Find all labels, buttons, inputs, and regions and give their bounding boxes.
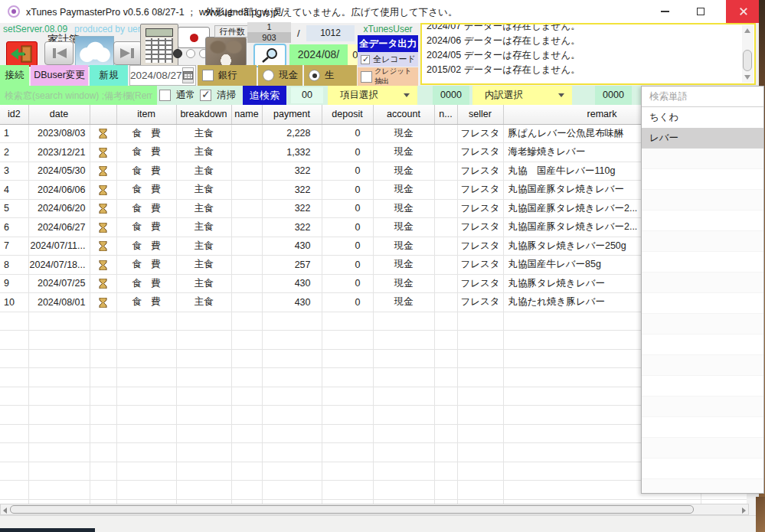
app-icon [8,5,20,18]
close-icon [738,7,747,16]
prev-record-button[interactable] [44,41,74,65]
empty-list-row [642,438,763,459]
table-row[interactable]: 1 2023/08/03 食 費 主食 2,228 0 現金 フレスタ 豚ぱんレ… [0,124,747,143]
close-button[interactable] [726,0,760,23]
empty-list-row [642,376,763,397]
hourglass-icon [99,240,107,251]
search-word-item[interactable]: レバー [642,128,763,149]
message-scrollbar[interactable] [742,25,754,83]
table-row[interactable]: 5 2024/06/20 食 費 主食 322 0 現金 フレスタ 丸協国産豚タ… [0,199,747,218]
table-row[interactable]: 7 2024/07/11... 食 費 主食 430 0 現金 フレスタ 丸協豚… [0,237,747,256]
column-header[interactable]: account [373,105,434,124]
month-field[interactable]: 2024/08/ [289,44,348,65]
credit-extract-checkbox[interactable] [361,71,372,83]
scroll-left-icon[interactable] [3,508,7,514]
mode-circle-on[interactable] [173,49,182,58]
maximize-icon [697,8,705,15]
table-row[interactable]: 2 2023/12/21 食 費 主食 1,332 0 現金 フレスタ 海老鰺焼… [0,143,747,162]
column-header[interactable]: id2 [0,105,28,124]
cash-radio[interactable] [263,70,274,81]
table-row[interactable]: 8 2024/07/18... 食 費 主食 257 0 現金 フレスタ 丸協国… [0,256,747,275]
column-header[interactable]: deposit [322,105,373,124]
cash-label: 現金 [279,69,298,82]
message-line: 2024/05 データーは存在しません。 [427,48,739,63]
search-button[interactable] [253,44,286,67]
column-header[interactable]: name [231,105,262,124]
empty-row [0,368,747,387]
table-row[interactable]: 4 2024/06/06 食 費 主食 322 0 現金 フレスタ 丸協国産豚タ… [0,181,747,200]
scroll-down-icon[interactable] [744,75,750,80]
raw-radio[interactable] [309,70,320,81]
re-search-button[interactable]: 追検索 [243,86,286,105]
window-notice: 外形は一部しか見えていません。広げて使用して下さい。 [205,6,457,19]
empty-list-row [642,479,763,494]
filter-count: 00 [291,87,323,103]
date-input[interactable]: 2024/08/27 [130,70,182,81]
column-header[interactable]: item [116,105,176,124]
empty-row [0,443,747,462]
minimize-button[interactable] [648,0,682,23]
column-header[interactable]: n... [434,105,457,124]
all-record-checkbox[interactable] [361,55,370,64]
clean-checkbox[interactable] [200,90,211,101]
maximize-button[interactable] [683,0,718,23]
credit-extract-group: クレジット抽出 [358,67,418,86]
row-count-label: 行件数 [214,25,250,38]
table-header-row: id2dateitembreakdownnamepaymentdepositac… [0,105,747,124]
hourglass-icon [99,203,107,214]
cloud-image-button[interactable] [75,36,114,67]
column-header[interactable]: seller [457,105,503,124]
breakdown-select[interactable]: 内訳選択 [472,86,572,105]
scroll-right-icon[interactable] [742,508,746,514]
breakdown-code: 0000 [595,86,632,105]
search-word-list: ちくわレバー [642,107,763,494]
next-record-button[interactable] [113,41,142,65]
date-picker: 2024/08/27 [129,65,196,86]
table-row[interactable]: 6 2024/06/27 食 費 主食 322 0 現金 フレスタ 丸協国産豚タ… [0,218,747,237]
search-input[interactable] [0,86,157,105]
empty-row [0,481,747,500]
table-row[interactable]: 3 2024/05/30 食 費 主食 322 0 現金 フレスタ 丸協 国産牛… [0,162,747,181]
table-row[interactable]: 9 2024/07/25 食 費 主食 430 0 現金 フレスタ 丸協豚タレ焼… [0,274,747,293]
bank-checkbox[interactable] [202,70,214,81]
item-select-label: 項目選択 [340,89,378,102]
calendar-button[interactable] [182,67,194,83]
chevron-down-icon [558,93,564,97]
count-current-top: 1 [247,22,291,32]
empty-list-row [642,252,763,273]
minimize-icon [661,11,669,12]
all-data-export-button[interactable]: 全データ出力 [358,35,418,52]
exit-button[interactable] [6,41,38,67]
normal-checkbox[interactable] [159,90,171,101]
scrollbar-thumb[interactable] [743,50,752,71]
mode-indicator [173,49,208,58]
calculator-button[interactable] [140,24,178,67]
message-line: 2015/02 データーは存在しません。 [427,63,739,77]
connect-button[interactable]: 接続 [0,65,29,86]
table-row[interactable]: 10 2024/08/01 食 費 主食 430 0 現金 フレスタ 丸協たれ焼… [0,293,747,312]
column-header[interactable]: payment [262,105,322,124]
empty-list-row [642,417,763,438]
dbuser-change-button[interactable]: DBuser変更 [31,65,88,86]
horizontal-scrollbar[interactable] [0,504,749,515]
column-header[interactable]: breakdown [176,105,231,124]
normal-group: 通常 [159,86,195,105]
message-log: 2024/07 データーは存在しません。2024/06 データーは存在しません。… [420,23,756,85]
filter-row: 通常 清掃 追検索 00 項目選択 0000 内訳選択 0000 [0,86,747,105]
hourglass-icon [99,165,107,176]
message-line: 2024/06 データーは存在しません。 [427,34,739,48]
scroll-up-icon[interactable] [744,28,750,33]
mode-circle[interactable] [186,49,195,58]
calendar-icon [183,71,193,80]
new-button[interactable]: 新規 [90,65,128,86]
search-word-item[interactable]: ちくわ [642,107,763,128]
empty-list-row [642,355,763,376]
search-word-input[interactable] [642,86,763,107]
status-footer [0,515,765,532]
empty-row [0,406,747,425]
cat-image-button[interactable] [205,37,247,67]
item-select[interactable]: 項目選択 [328,86,417,105]
column-header[interactable] [90,105,116,124]
scrollbar-thumb[interactable] [10,505,694,514]
column-header[interactable]: date [28,105,90,124]
